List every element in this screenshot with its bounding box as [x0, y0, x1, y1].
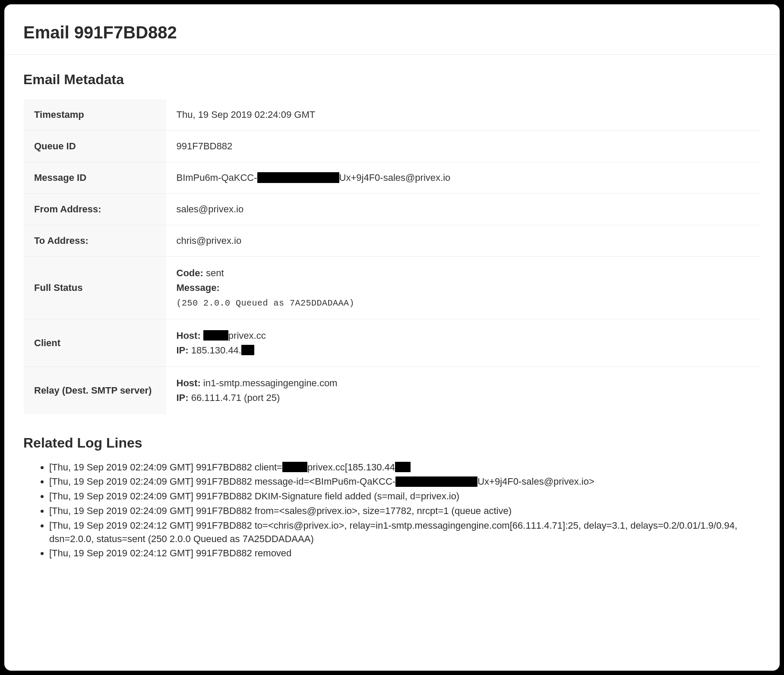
meta-label-from: From Address:: [24, 194, 166, 225]
page-title: Email 991F7BD882: [23, 20, 761, 45]
redaction-block: [395, 476, 477, 487]
meta-label-full-status: Full Status: [24, 256, 166, 319]
list-item: [Thu, 19 Sep 2019 02:24:12 GMT] 991F7BD8…: [49, 547, 761, 560]
page-card: Email 991F7BD882 Email Metadata Timestam…: [4, 4, 780, 671]
meta-value-client: Host: privex.cc IP: 185.130.44.: [166, 319, 761, 367]
redaction-block: [241, 345, 254, 355]
meta-label-to: To Address:: [24, 225, 166, 256]
log-text: [Thu, 19 Sep 2019 02:24:12 GMT] 991F7BD8…: [49, 520, 737, 544]
page-title-prefix: Email: [23, 23, 74, 42]
list-item: [Thu, 19 Sep 2019 02:24:12 GMT] 991F7BD8…: [49, 519, 761, 546]
redaction-block: [282, 462, 307, 472]
status-message-value: (250 2.0.0 Queued as 7A25DDADAAA): [177, 298, 355, 308]
log-text: [Thu, 19 Sep 2019 02:24:09 GMT] 991F7BD8…: [49, 476, 395, 487]
table-row: Relay (Dest. SMTP server) Host: in1-smtp…: [24, 367, 761, 415]
log-lines-list: [Thu, 19 Sep 2019 02:24:09 GMT] 991F7BD8…: [23, 461, 761, 561]
relay-host-label: Host:: [177, 378, 201, 388]
meta-value-from: sales@privex.io: [166, 194, 761, 225]
relay-ip-value: 66.111.4.71 (port 25): [191, 392, 280, 403]
table-row: Client Host: privex.cc IP: 185.130.44.: [24, 319, 761, 367]
log-text: [Thu, 19 Sep 2019 02:24:09 GMT] 991F7BD8…: [49, 491, 459, 502]
client-host-suffix: privex.cc: [228, 330, 266, 341]
meta-label-client: Client: [24, 319, 166, 367]
meta-value-timestamp: Thu, 19 Sep 2019 02:24:09 GMT: [166, 99, 761, 131]
meta-value-to: chris@privex.io: [166, 225, 761, 256]
meta-label-timestamp: Timestamp: [24, 99, 166, 131]
metadata-table: Timestamp Thu, 19 Sep 2019 02:24:09 GMT …: [23, 99, 761, 415]
meta-value-full-status: Code: sent Message: (250 2.0.0 Queued as…: [166, 256, 761, 319]
meta-label-relay: Relay (Dest. SMTP server): [24, 367, 166, 415]
table-row: Full Status Code: sent Message: (250 2.0…: [24, 256, 761, 319]
section-title-loglines: Related Log Lines: [23, 433, 761, 453]
meta-value-queue-id: 991F7BD882: [166, 131, 761, 162]
table-row: Message ID BImPu6m-QaKCC-Ux+9j4F0-sales@…: [24, 162, 761, 194]
meta-label-queue-id: Queue ID: [24, 131, 166, 162]
log-text: [Thu, 19 Sep 2019 02:24:09 GMT] 991F7BD8…: [49, 505, 512, 516]
meta-value-relay: Host: in1-smtp.messagingengine.com IP: 6…: [166, 367, 761, 415]
log-text: Ux+9j4F0-sales@privex.io>: [477, 476, 594, 487]
client-ip-label: IP:: [177, 345, 189, 356]
status-code-label: Code:: [177, 268, 203, 278]
redaction-block: [395, 462, 411, 472]
section-title-metadata: Email Metadata: [23, 69, 761, 89]
status-message-label: Message:: [177, 282, 220, 293]
relay-host-value: in1-smtp.messagingengine.com: [203, 378, 338, 388]
client-ip-prefix: 185.130.44.: [191, 345, 241, 356]
log-text: [Thu, 19 Sep 2019 02:24:12 GMT] 991F7BD8…: [49, 548, 291, 558]
list-item: [Thu, 19 Sep 2019 02:24:09 GMT] 991F7BD8…: [49, 505, 761, 518]
table-row: Queue ID 991F7BD882: [24, 131, 761, 162]
redaction-block: [257, 172, 339, 183]
page-title-id: 991F7BD882: [74, 23, 177, 42]
status-code-value: sent: [206, 268, 224, 278]
list-item: [Thu, 19 Sep 2019 02:24:09 GMT] 991F7BD8…: [49, 475, 761, 489]
table-row: Timestamp Thu, 19 Sep 2019 02:24:09 GMT: [24, 99, 761, 131]
meta-value-message-id: BImPu6m-QaKCC-Ux+9j4F0-sales@privex.io: [166, 162, 761, 194]
client-host-label: Host:: [177, 330, 201, 341]
title-separator: [4, 54, 780, 55]
message-id-post: Ux+9j4F0-sales@privex.io: [339, 172, 451, 183]
log-text: privex.cc[185.130.44: [307, 462, 395, 473]
list-item: [Thu, 19 Sep 2019 02:24:09 GMT] 991F7BD8…: [49, 461, 761, 474]
table-row: To Address: chris@privex.io: [24, 225, 761, 256]
table-row: From Address: sales@privex.io: [24, 194, 761, 225]
log-text: [Thu, 19 Sep 2019 02:24:09 GMT] 991F7BD8…: [49, 462, 282, 473]
redaction-block: [203, 330, 228, 341]
relay-ip-label: IP:: [177, 392, 189, 403]
message-id-pre: BImPu6m-QaKCC-: [177, 172, 257, 183]
meta-label-message-id: Message ID: [24, 162, 166, 194]
list-item: [Thu, 19 Sep 2019 02:24:09 GMT] 991F7BD8…: [49, 490, 761, 503]
